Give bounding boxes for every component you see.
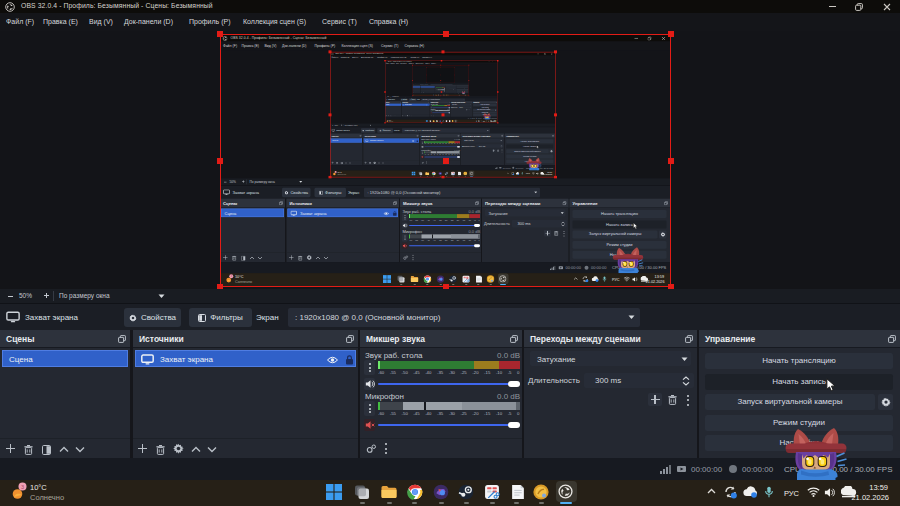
svg-text:3: 3 — [21, 484, 24, 490]
